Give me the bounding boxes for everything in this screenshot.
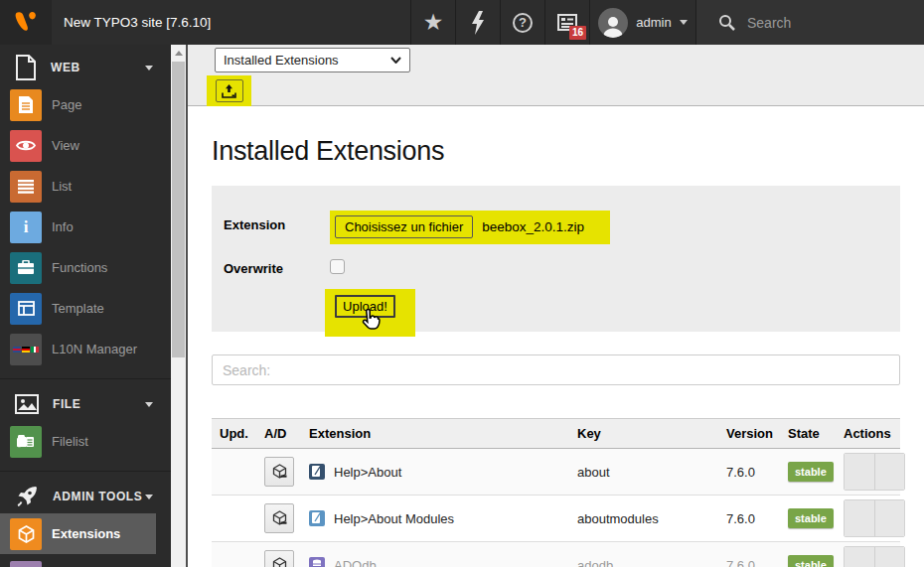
sidebar-item-filelist[interactable]: Filelist: [0, 421, 156, 462]
chevron-down-icon: [680, 20, 688, 25]
filelist-icon: [10, 426, 42, 458]
topbar: New TYPO3 site [7.6.10] ★ ? 16: [0, 0, 924, 45]
list-icon: [10, 171, 42, 203]
help-button[interactable]: ?: [500, 0, 544, 45]
eye-icon: [10, 130, 42, 162]
col-upd: Upd.: [212, 419, 256, 449]
select-chevron-icon: [390, 57, 401, 64]
actions-button-group: [844, 499, 905, 537]
actions-button-group: [844, 453, 905, 491]
sidebar-item-label: Functions: [52, 260, 107, 275]
document-outline-icon: [15, 55, 37, 80]
upload-button-annotation-highlight: Upload!: [325, 289, 415, 337]
site-title: New TYPO3 site [7.6.10]: [64, 0, 211, 45]
extension-about-icon: [309, 464, 325, 480]
file-input-annotation-highlight: Choisissez un fichier beebox_2.0.1.zip: [330, 211, 610, 244]
overwrite-checkbox[interactable]: [330, 259, 345, 274]
rocket-icon: [15, 485, 39, 508]
user-menu-button[interactable]: admin: [589, 0, 695, 45]
system-information-button[interactable]: 16: [544, 0, 589, 45]
sidebar-item-view[interactable]: View: [0, 125, 156, 166]
star-icon: ★: [423, 11, 444, 34]
sidebar-item-label: Filelist: [52, 434, 88, 449]
search-icon: [718, 14, 735, 31]
overwrite-row: Overwrite: [224, 254, 900, 276]
section-header-admin-tools[interactable]: ADMIN TOOLS: [0, 480, 171, 513]
image-outline-icon: [15, 394, 39, 414]
deactivate-extension-button[interactable]: [264, 457, 294, 487]
extension-key: aboutmodules: [569, 496, 718, 542]
extension-key: adodb: [569, 542, 718, 567]
activate-extension-button[interactable]: [264, 550, 294, 567]
section-header-file[interactable]: FILE: [0, 387, 171, 421]
sidebar-item-page[interactable]: Page: [0, 84, 156, 125]
choose-file-button[interactable]: Choisissez un fichier: [335, 215, 473, 238]
toolbar-search-placeholder: Search: [747, 15, 791, 31]
upload-button-row: Upload!: [224, 289, 900, 337]
table-row: Help>About about 7.6.0 stable: [212, 449, 900, 496]
actions-button-group: [844, 546, 905, 567]
toolbar-search[interactable]: Search: [695, 0, 924, 45]
cube-minus-icon: [271, 510, 288, 527]
extension-name: Help>About: [334, 465, 401, 480]
question-mark-icon: ?: [513, 13, 533, 33]
extension-name: Help>About Modules: [334, 511, 454, 526]
sidebar-scrollbar[interactable]: [171, 45, 186, 567]
sidebar-item-partial: [10, 561, 42, 567]
extension-table: Upd. A/D Extension Key Version State Act…: [212, 418, 900, 567]
col-ad: A/D: [256, 419, 301, 449]
sidebar-item-label: View: [52, 138, 79, 153]
chevron-down-icon: [145, 495, 153, 499]
cube-minus-icon: [271, 464, 288, 481]
l10n-flags-icon: [10, 334, 42, 365]
extension-search-input[interactable]: [212, 354, 900, 385]
state-badge: stable: [788, 462, 834, 482]
col-key: Key: [569, 419, 718, 449]
sidebar-item-label: Extensions: [52, 526, 120, 541]
sidebar-item-extensions[interactable]: Extensions: [0, 513, 156, 554]
col-state: State: [780, 419, 836, 449]
bookmarks-button[interactable]: ★: [410, 0, 455, 45]
upload-icon: [222, 84, 236, 98]
chevron-down-icon: [145, 402, 153, 407]
state-badge: stable: [788, 555, 834, 567]
content-frame: Installed Extensions Installed Extension…: [186, 45, 924, 567]
col-actions: Actions: [836, 419, 900, 449]
upload-form-panel: Extension Choisissez un fichier beebox_2…: [212, 186, 900, 332]
extension-adodb-icon: [309, 557, 325, 567]
upload-extension-button[interactable]: [216, 79, 243, 102]
selected-file-name: beebox_2.0.1.zip: [482, 219, 584, 234]
col-extension: Extension: [301, 419, 569, 449]
sidebar-item-label: Template: [52, 301, 104, 316]
sidebar-item-info[interactable]: i Info: [0, 207, 156, 247]
sidebar-item-template[interactable]: Template: [0, 288, 156, 329]
extension-version: 7.6.0: [718, 496, 780, 542]
deactivate-extension-button[interactable]: [264, 503, 294, 533]
extension-file-row: Extension Choisissez un fichier beebox_2…: [224, 211, 900, 244]
module-menu: WEB Page View List: [0, 45, 171, 567]
extension-key: about: [569, 449, 718, 496]
sidebar-item-functions[interactable]: Functions: [0, 247, 156, 288]
notification-count-badge: 16: [569, 26, 586, 40]
info-icon: i: [10, 212, 42, 243]
scrollbar-thumb[interactable]: [172, 62, 185, 357]
module-body: Installed Extensions Extension Choisisse…: [188, 136, 924, 567]
sidebar-item-list[interactable]: List: [0, 166, 156, 207]
avatar: [598, 8, 628, 38]
selected-menu-value: Installed Extensions: [224, 53, 390, 68]
cube-plus-icon: [271, 557, 288, 567]
sidebar-item-label: L10N Manager: [52, 342, 137, 356]
section-header-web[interactable]: WEB: [0, 51, 171, 84]
username-label: admin: [636, 15, 671, 30]
extension-aboutmodules-icon: [309, 510, 325, 526]
col-version: Version: [718, 419, 780, 449]
sidebar-item-l10n-manager[interactable]: L10N Manager: [0, 329, 156, 369]
clear-cache-button[interactable]: [455, 0, 500, 45]
hand-cursor-icon: [357, 308, 383, 336]
section-label: FILE: [53, 397, 80, 411]
extension-menu-select[interactable]: Installed Extensions: [215, 48, 410, 72]
typo3-logo-icon[interactable]: [0, 0, 52, 45]
section-file: FILE Filelist: [0, 378, 171, 462]
sidebar-item-label: Info: [52, 219, 74, 234]
scrollbar-up-arrow[interactable]: [171, 45, 186, 61]
